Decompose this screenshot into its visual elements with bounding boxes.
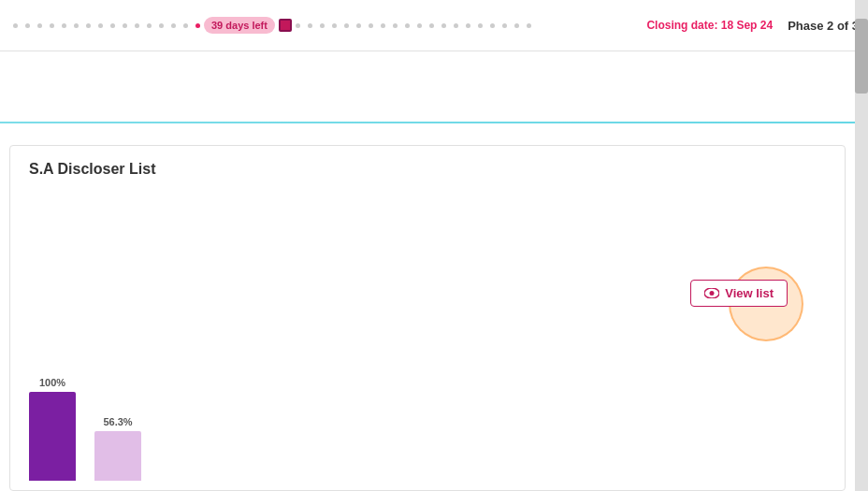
dot bbox=[429, 23, 434, 28]
marker-pin bbox=[279, 19, 292, 32]
days-left-badge: 39 days left bbox=[204, 17, 275, 34]
phase-label: Phase 2 of 3 bbox=[788, 19, 859, 33]
dots-line: 39 days left bbox=[9, 17, 635, 34]
scrollbar[interactable] bbox=[855, 0, 868, 491]
dot bbox=[86, 23, 91, 28]
dot bbox=[98, 23, 103, 28]
dot bbox=[356, 23, 361, 28]
dot bbox=[332, 23, 337, 28]
divider-line bbox=[0, 122, 855, 123]
dot bbox=[478, 23, 483, 28]
dot bbox=[369, 23, 373, 28]
bar-group-1: 100% bbox=[29, 377, 76, 481]
dot bbox=[405, 23, 410, 28]
dot bbox=[123, 23, 127, 28]
scrollbar-thumb[interactable] bbox=[855, 19, 868, 94]
main-content: S.A Discloser List 100% 56.3% View list bbox=[0, 51, 855, 491]
dot bbox=[502, 23, 507, 28]
dot bbox=[393, 23, 398, 28]
bar-1 bbox=[29, 392, 76, 481]
dot bbox=[296, 23, 300, 28]
dot bbox=[37, 23, 42, 28]
dot bbox=[466, 23, 470, 28]
eye-icon bbox=[704, 288, 719, 298]
dot bbox=[320, 23, 325, 28]
dot bbox=[50, 23, 54, 28]
dot bbox=[183, 23, 188, 28]
dot bbox=[135, 23, 139, 28]
dot bbox=[514, 23, 519, 28]
timeline-dots: 39 days left bbox=[9, 0, 635, 51]
chart-area: 100% 56.3% bbox=[10, 368, 845, 490]
closing-date-label: Closing date: 18 Sep 24 bbox=[646, 19, 773, 32]
panel-title: S.A Discloser List bbox=[10, 146, 845, 185]
dot bbox=[344, 23, 349, 28]
bar-group-2: 56.3% bbox=[94, 416, 141, 481]
dot bbox=[441, 23, 446, 28]
dot bbox=[308, 23, 312, 28]
view-list-button[interactable]: View list bbox=[690, 280, 788, 307]
dot bbox=[381, 23, 385, 28]
discloser-panel: S.A Discloser List 100% 56.3% bbox=[9, 145, 846, 491]
bar-2 bbox=[94, 431, 141, 481]
dot bbox=[159, 23, 164, 28]
svg-point-1 bbox=[710, 291, 715, 296]
dot bbox=[417, 23, 422, 28]
dot bbox=[13, 23, 18, 28]
dot bbox=[74, 23, 79, 28]
dot bbox=[147, 23, 152, 28]
dot bbox=[62, 23, 66, 28]
dot bbox=[490, 23, 495, 28]
dot bbox=[110, 23, 115, 28]
bar-label-top-2: 56.3% bbox=[103, 416, 132, 427]
timeline-bar: 39 days left Closing date: bbox=[0, 0, 868, 51]
view-list-label: View list bbox=[725, 286, 774, 300]
timeline-marker-group: 39 days left bbox=[204, 17, 292, 34]
dot bbox=[454, 23, 458, 28]
dot bbox=[527, 23, 531, 28]
dot bbox=[171, 23, 176, 28]
dot-active bbox=[195, 23, 200, 28]
dot bbox=[25, 23, 30, 28]
bar-label-top-1: 100% bbox=[39, 377, 65, 388]
